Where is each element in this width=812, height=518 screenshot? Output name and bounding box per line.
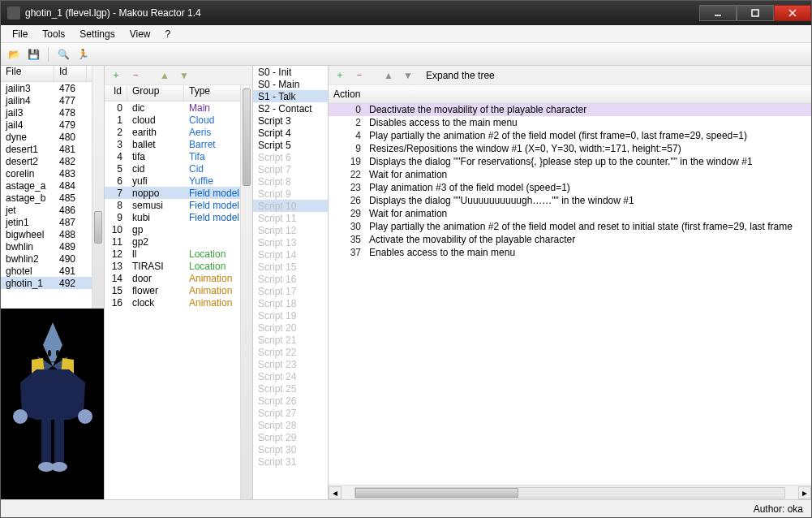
group-up-button[interactable]: ▲: [157, 67, 173, 84]
menu-file[interactable]: File: [6, 27, 34, 41]
scripts-list[interactable]: S0 - InitS0 - MainS1 - TalkS2 - ContactS…: [253, 66, 328, 499]
script-item[interactable]: Script 29: [253, 431, 328, 443]
group-add-button[interactable]: ＋: [108, 67, 124, 84]
script-item[interactable]: Script 26: [253, 395, 328, 407]
file-row[interactable]: jetin1487: [1, 216, 104, 228]
script-item[interactable]: Script 13: [253, 236, 328, 248]
group-row[interactable]: 1cloudCloud: [105, 114, 252, 126]
script-item[interactable]: Script 25: [253, 382, 328, 395]
group-row[interactable]: 0dicMain: [105, 101, 252, 114]
search-button[interactable]: 🔍: [55, 46, 71, 63]
file-row[interactable]: jet486: [1, 204, 104, 216]
action-row[interactable]: 23Play animation #3 of the field model (…: [329, 181, 811, 194]
groups-col-type[interactable]: Type: [184, 85, 247, 101]
action-row[interactable]: 22Wait for animation: [329, 168, 811, 181]
maximize-button[interactable]: [737, 5, 774, 21]
close-button[interactable]: [774, 5, 811, 21]
titlebar[interactable]: ghotin_1 (flevel.lgp) - Makou Reactor 1.…: [1, 1, 811, 25]
script-item[interactable]: Script 12: [253, 224, 328, 236]
menu-help[interactable]: ?: [159, 27, 178, 41]
model-preview[interactable]: [1, 309, 104, 499]
group-row[interactable]: 4tifaTifa: [105, 150, 252, 162]
menu-view[interactable]: View: [123, 27, 157, 41]
script-item[interactable]: Script 3: [253, 114, 328, 127]
action-row[interactable]: 29Wait for animation: [329, 207, 811, 220]
script-item[interactable]: Script 21: [253, 334, 328, 346]
action-row[interactable]: 9Resizes/Repositions the window #1 (X=0,…: [329, 142, 811, 155]
script-item[interactable]: Script 10: [253, 200, 328, 212]
script-item[interactable]: Script 30: [253, 443, 328, 455]
file-row[interactable]: jail3478: [1, 106, 104, 119]
file-row[interactable]: bigwheel488: [1, 228, 104, 240]
groups-scrollbar[interactable]: [240, 85, 252, 499]
file-row[interactable]: jailin4477: [1, 94, 104, 106]
file-row[interactable]: corelin483: [1, 167, 104, 179]
group-row[interactable]: 3balletBarret: [105, 138, 252, 150]
script-item[interactable]: S0 - Init: [253, 66, 328, 78]
groups-col-id[interactable]: Id: [105, 85, 127, 101]
script-item[interactable]: Script 23: [253, 358, 328, 370]
script-item[interactable]: Script 9: [253, 188, 328, 200]
actions-header[interactable]: Action: [329, 85, 811, 103]
file-row[interactable]: dyne480: [1, 131, 104, 143]
scroll-left-button[interactable]: ◂: [329, 486, 342, 499]
group-row[interactable]: 11gp2: [105, 235, 252, 248]
files-header[interactable]: File Id: [1, 66, 104, 82]
group-row[interactable]: 16clockAnimation: [105, 296, 252, 309]
minimize-button[interactable]: [699, 5, 737, 21]
scroll-thumb[interactable]: [355, 488, 518, 498]
script-item[interactable]: Script 7: [253, 163, 328, 175]
files-scrollbar[interactable]: [92, 66, 104, 309]
group-row[interactable]: 13TIRASILocation: [105, 260, 252, 272]
script-item[interactable]: Script 4: [253, 127, 328, 139]
menu-settings[interactable]: Settings: [73, 27, 121, 41]
script-item[interactable]: Script 18: [253, 297, 328, 309]
actions-hscroll[interactable]: ◂ ▸: [329, 485, 811, 499]
script-item[interactable]: Script 17: [253, 285, 328, 297]
file-row[interactable]: ghotin_1492: [1, 277, 104, 289]
action-row[interactable]: 30Play partially the animation #2 of the…: [329, 220, 811, 233]
script-item[interactable]: Script 6: [253, 151, 328, 163]
actions-list[interactable]: 0Deactivate the movability of the playab…: [329, 103, 811, 485]
script-item[interactable]: Script 15: [253, 261, 328, 273]
files-table[interactable]: File Id jailin3476jailin4477jail3478jail…: [1, 66, 104, 309]
file-row[interactable]: desert1481: [1, 143, 104, 155]
script-item[interactable]: Script 24: [253, 370, 328, 382]
open-button[interactable]: 📂: [6, 46, 22, 63]
scroll-right-button[interactable]: ▸: [798, 486, 811, 499]
group-row[interactable]: 8semusiField model: [105, 199, 252, 211]
group-row[interactable]: 6yufiYuffie: [105, 175, 252, 187]
script-item[interactable]: Script 5: [253, 139, 328, 151]
file-row[interactable]: astage_a484: [1, 179, 104, 192]
file-row[interactable]: astage_b485: [1, 192, 104, 204]
action-row[interactable]: 35Activate the movability of the playabl…: [329, 233, 811, 246]
file-row[interactable]: jailin3476: [1, 82, 104, 94]
group-row[interactable]: 15flowerAnimation: [105, 284, 252, 296]
group-row[interactable]: 2earithAeris: [105, 126, 252, 138]
group-row[interactable]: 5cidCid: [105, 162, 252, 175]
action-row[interactable]: 26Displays the dialog ""Uuuuuuuuuuugh……"…: [329, 194, 811, 207]
file-row[interactable]: bwhlin2490: [1, 253, 104, 265]
file-row[interactable]: jail4479: [1, 119, 104, 131]
files-col-file[interactable]: File: [1, 66, 54, 81]
group-down-button[interactable]: ▼: [176, 67, 192, 84]
script-item[interactable]: S1 - Talk: [253, 90, 328, 102]
action-up-button[interactable]: ▲: [380, 67, 397, 84]
script-item[interactable]: Script 20: [253, 322, 328, 334]
group-row[interactable]: 12llLocation: [105, 248, 252, 260]
action-row[interactable]: 4Play partially the animation #2 of the …: [329, 129, 811, 142]
files-col-id[interactable]: Id: [54, 66, 87, 81]
script-item[interactable]: Script 14: [253, 248, 328, 261]
group-row[interactable]: 7noppoField model: [105, 187, 252, 199]
script-item[interactable]: Script 27: [253, 407, 328, 419]
script-item[interactable]: Script 19: [253, 309, 328, 322]
groups-col-group[interactable]: Group: [127, 85, 184, 101]
file-row[interactable]: bwhlin489: [1, 240, 104, 253]
file-row[interactable]: ghotel491: [1, 265, 104, 277]
groups-header[interactable]: Id Group Type: [105, 85, 252, 101]
action-add-button[interactable]: ＋: [332, 67, 348, 84]
action-remove-button[interactable]: －: [351, 67, 367, 84]
save-button[interactable]: 💾: [25, 46, 41, 63]
groups-table[interactable]: Id Group Type 0dicMain1cloudCloud2earith…: [105, 85, 252, 499]
group-row[interactable]: 10gp: [105, 223, 252, 235]
